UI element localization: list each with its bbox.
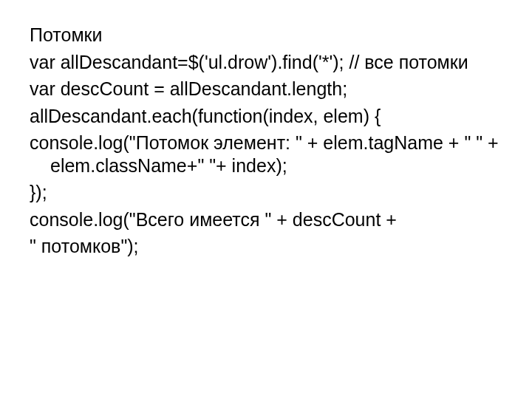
code-line-1: Потомки: [30, 24, 502, 47]
code-line-8: " потомков");: [30, 235, 502, 258]
slide-content: Потомки var allDescandant=$('ul.drow').f…: [0, 0, 532, 399]
code-line-6: });: [30, 181, 502, 204]
code-line-5: console.log("Потомок элемент: " + elem.t…: [30, 132, 502, 177]
code-line-7: console.log("Всего имеется " + descCount…: [30, 208, 502, 231]
code-line-4: allDescandant.each(function(index, elem)…: [30, 105, 502, 128]
code-line-2: var allDescandant=$('ul.drow').find('*')…: [30, 51, 502, 74]
code-line-3: var descCount = allDescandant.length;: [30, 78, 502, 100]
